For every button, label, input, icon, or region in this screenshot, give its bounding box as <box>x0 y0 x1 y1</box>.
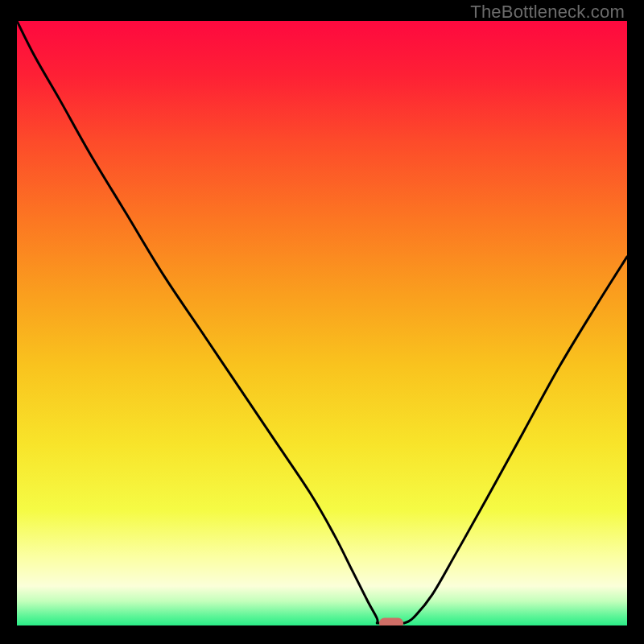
chart-frame <box>17 21 627 625</box>
bottleneck-marker <box>379 617 403 625</box>
watermark-text: TheBottleneck.com <box>470 2 625 23</box>
plot-area <box>17 21 627 625</box>
bottleneck-curve <box>17 21 627 625</box>
